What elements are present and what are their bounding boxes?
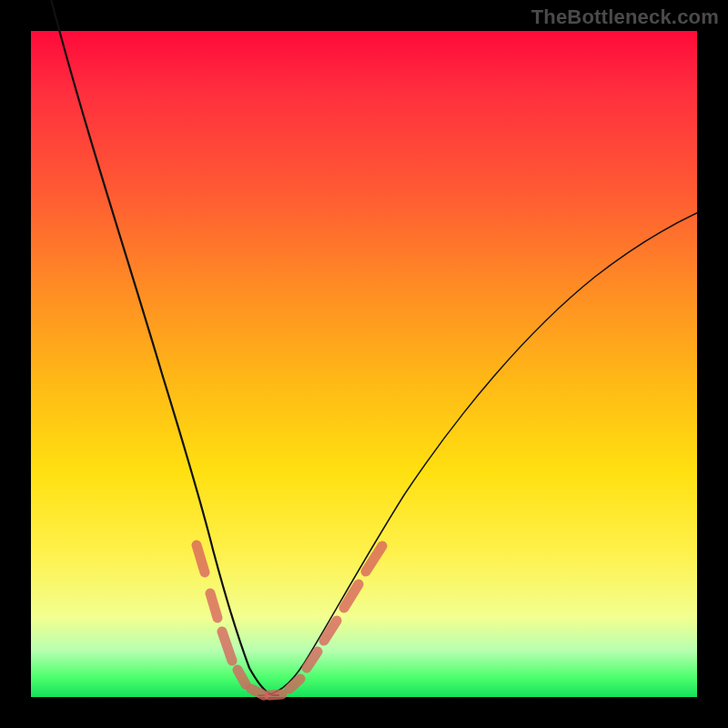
curve-svg (31, 31, 697, 697)
bead-9 (324, 621, 337, 641)
chart-stage: TheBottleneck.com (0, 0, 728, 728)
curve-right (258, 213, 697, 695)
bead-8 (307, 652, 318, 668)
bead-11 (366, 546, 382, 571)
bead-1 (197, 545, 205, 572)
watermark-text: TheBottleneck.com (531, 5, 719, 29)
bead-5 (251, 689, 264, 695)
bead-4 (238, 670, 246, 684)
curve-left (51, 0, 278, 695)
plot-area (31, 31, 697, 697)
bead-6 (269, 694, 282, 695)
bead-2 (210, 593, 217, 618)
bead-3 (222, 632, 232, 661)
bead-cluster (197, 545, 382, 695)
bead-10 (344, 584, 359, 608)
